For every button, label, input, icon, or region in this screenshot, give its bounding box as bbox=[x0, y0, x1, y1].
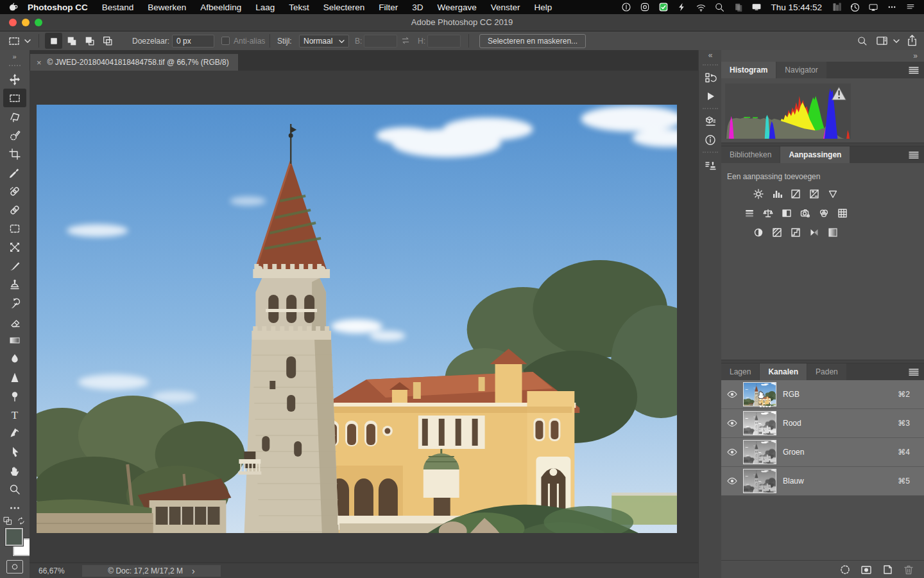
minimize-window-button[interactable] bbox=[22, 19, 30, 26]
status-chevron-icon[interactable]: › bbox=[192, 566, 195, 576]
zoom-level-field[interactable]: 66,67% bbox=[35, 563, 69, 578]
posterize-button[interactable] bbox=[770, 226, 784, 239]
delete-channel-button[interactable] bbox=[902, 563, 915, 576]
new-channel-button[interactable] bbox=[881, 563, 894, 576]
menu-selecteren[interactable]: Selecteren bbox=[316, 3, 372, 12]
crop-tool[interactable] bbox=[3, 144, 26, 163]
path-selection-tool[interactable] bbox=[3, 442, 26, 461]
panel-menu-icon[interactable] bbox=[909, 66, 919, 74]
feather-input[interactable]: 0 px bbox=[172, 35, 214, 48]
color-balance-button[interactable] bbox=[761, 207, 775, 220]
content-aware-move-tool[interactable] bbox=[3, 238, 26, 256]
status-display-icon[interactable] bbox=[751, 2, 762, 12]
toolbar-expand-button[interactable]: » bbox=[0, 50, 30, 63]
swap-dimensions-icon[interactable] bbox=[400, 36, 411, 45]
menu-laag[interactable]: Laag bbox=[248, 3, 282, 12]
menu-photoshop-cc[interactable]: Photoshop CC bbox=[22, 3, 95, 12]
document-image[interactable] bbox=[37, 105, 677, 533]
status-time-machine-icon[interactable] bbox=[850, 2, 860, 13]
menu-weergave[interactable]: Weergave bbox=[431, 3, 484, 12]
tab-bibliotheken[interactable]: Bibliotheken bbox=[721, 146, 780, 163]
menu-venster[interactable]: Venster bbox=[484, 3, 527, 12]
quick-mask-mode-button[interactable] bbox=[6, 560, 23, 574]
channel-thumbnail-groen[interactable] bbox=[743, 440, 776, 464]
channel-thumbnail-blauw[interactable] bbox=[743, 469, 776, 493]
menu-help[interactable]: Help bbox=[527, 3, 560, 12]
share-icon[interactable] bbox=[906, 34, 918, 47]
width-input[interactable] bbox=[364, 35, 397, 48]
tool-presets-panel-button[interactable] bbox=[699, 155, 722, 174]
brush-tool[interactable] bbox=[3, 256, 26, 275]
visibility-toggle[interactable] bbox=[721, 419, 743, 428]
zoom-tool[interactable] bbox=[3, 480, 26, 498]
swap-colors-icon[interactable] bbox=[17, 516, 26, 525]
menu-bewerken[interactable]: Bewerken bbox=[141, 3, 193, 12]
history-panel-button[interactable] bbox=[699, 68, 722, 87]
channel-row-rood[interactable]: Rood ⌘3 bbox=[721, 409, 924, 438]
close-tab-icon[interactable]: × bbox=[37, 58, 42, 67]
subtract-from-selection-mode-button[interactable] bbox=[81, 33, 98, 49]
status-more-icon[interactable] bbox=[887, 3, 897, 12]
tool-preset-dropdown[interactable] bbox=[8, 31, 31, 50]
channel-thumbnail-rood[interactable] bbox=[743, 411, 776, 435]
channel-mixer-button[interactable] bbox=[817, 207, 831, 220]
healing-brush-tool[interactable] bbox=[3, 200, 26, 219]
histogram-plot[interactable] bbox=[725, 83, 851, 139]
color-lookup-button[interactable] bbox=[835, 207, 850, 220]
chevron-down-icon[interactable] bbox=[893, 39, 900, 44]
curves-button[interactable] bbox=[789, 188, 803, 200]
close-window-button[interactable] bbox=[9, 19, 17, 26]
type-tool[interactable]: T bbox=[3, 405, 26, 424]
properties-panel-button[interactable] bbox=[699, 112, 722, 130]
dodge-tool[interactable] bbox=[3, 387, 26, 405]
apple-logo-icon[interactable] bbox=[8, 1, 19, 13]
canvas-pasteboard[interactable] bbox=[30, 71, 698, 563]
panel-menu-icon[interactable] bbox=[909, 151, 919, 159]
status-info-circle-icon[interactable] bbox=[621, 2, 631, 12]
status-wifi-icon[interactable] bbox=[696, 3, 706, 12]
expand-panels-button[interactable]: « bbox=[699, 50, 722, 62]
toolbar-grip[interactable] bbox=[9, 65, 21, 66]
visibility-toggle[interactable] bbox=[721, 477, 743, 486]
load-channel-as-selection-button[interactable] bbox=[839, 563, 851, 576]
quick-selection-tool[interactable] bbox=[3, 126, 26, 144]
tab-aanpassingen[interactable]: Aanpassingen bbox=[780, 146, 850, 163]
status-rounded-square-icon[interactable] bbox=[640, 2, 650, 12]
collapse-panels-button[interactable]: » bbox=[721, 50, 924, 62]
channel-row-rgb[interactable]: RGB ⌘2 bbox=[721, 380, 924, 409]
history-brush-tool[interactable] bbox=[3, 293, 26, 312]
vibrance-button[interactable] bbox=[826, 188, 840, 200]
rectangular-marquee-tool[interactable] bbox=[3, 89, 26, 107]
style-select[interactable]: Normaal bbox=[299, 35, 349, 48]
actions-panel-button[interactable] bbox=[699, 87, 722, 105]
channel-row-groen[interactable]: Groen ⌘4 bbox=[721, 438, 924, 467]
foreground-color-swatch[interactable] bbox=[5, 528, 23, 546]
selective-color-button[interactable] bbox=[826, 226, 840, 239]
zoom-window-button[interactable] bbox=[35, 19, 42, 26]
tab-kanalen[interactable]: Kanalen bbox=[760, 363, 807, 380]
document-tab[interactable]: × © JWED-201804041818484758.tif @ 66,7% … bbox=[30, 54, 238, 71]
lasso-tool[interactable] bbox=[3, 107, 26, 126]
invert-button[interactable] bbox=[751, 226, 766, 239]
clone-stamp-tool[interactable] bbox=[3, 275, 26, 293]
eraser-tool[interactable] bbox=[3, 312, 26, 331]
blur-tool[interactable] bbox=[3, 349, 26, 368]
menu-bestand[interactable]: Bestand bbox=[95, 3, 141, 12]
workspace-switcher-icon[interactable] bbox=[876, 35, 888, 46]
search-icon[interactable] bbox=[857, 35, 868, 46]
save-selection-as-channel-button[interactable] bbox=[860, 563, 873, 576]
menu-3d[interactable]: 3D bbox=[405, 3, 430, 12]
brightness-contrast-button[interactable] bbox=[751, 188, 766, 200]
visibility-toggle[interactable] bbox=[721, 448, 743, 457]
hue-saturation-button[interactable] bbox=[742, 207, 757, 220]
tab-lagen[interactable]: Lagen bbox=[721, 363, 759, 380]
exposure-button[interactable] bbox=[807, 188, 821, 200]
panel-menu-icon[interactable] bbox=[909, 368, 919, 376]
menu-filter[interactable]: Filter bbox=[372, 3, 405, 12]
edit-toolbar-button[interactable] bbox=[3, 498, 26, 517]
select-and-mask-button[interactable]: Selecteren en maskeren... bbox=[479, 34, 586, 48]
eyedropper-tool[interactable] bbox=[3, 163, 26, 182]
anti-alias-checkbox[interactable] bbox=[221, 37, 230, 45]
status-pages-icon[interactable] bbox=[733, 3, 743, 12]
photo-filter-button[interactable] bbox=[798, 207, 812, 220]
